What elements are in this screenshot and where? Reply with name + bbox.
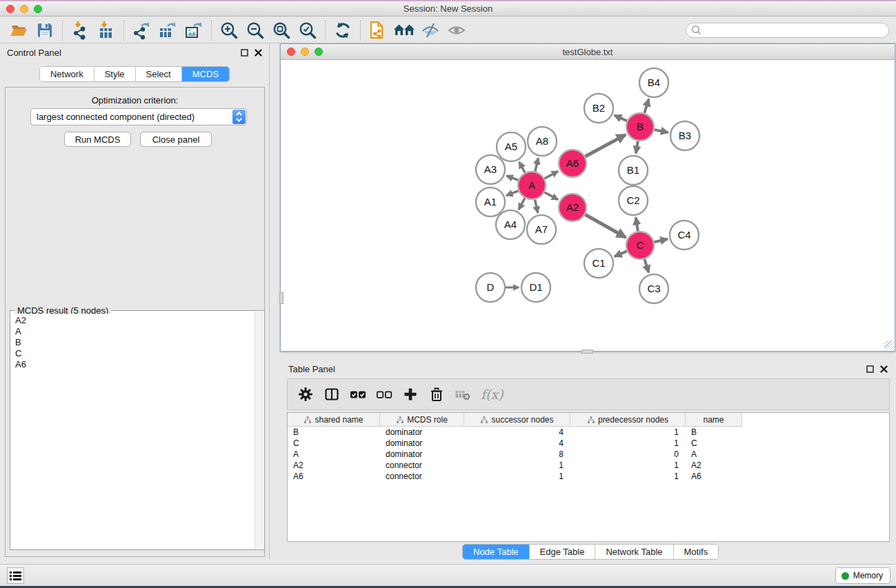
result-item[interactable]: A bbox=[15, 326, 254, 337]
graph-edge-B-B3[interactable] bbox=[655, 130, 668, 132]
function-builder-button[interactable]: f(x) bbox=[481, 387, 504, 402]
graph-edge-B-B4[interactable] bbox=[644, 99, 648, 113]
network-from-file-button[interactable] bbox=[365, 19, 391, 41]
table-settings-button[interactable] bbox=[293, 382, 318, 407]
close-panel-button[interactable]: Close panel bbox=[140, 132, 212, 147]
select-all-button[interactable] bbox=[346, 382, 370, 407]
result-scrollbar[interactable] bbox=[255, 312, 263, 549]
close-panel-icon[interactable] bbox=[880, 365, 888, 373]
graph-node-A3[interactable]: A3 bbox=[476, 155, 505, 184]
graph-node-A1[interactable]: A1 bbox=[476, 187, 505, 216]
export-image-button[interactable] bbox=[181, 19, 207, 41]
column-header-successor-nodes[interactable]: successor nodes bbox=[464, 413, 570, 427]
tab-network[interactable]: Network bbox=[40, 67, 94, 81]
graph-edge-B-B2[interactable] bbox=[615, 115, 627, 121]
graph-edge-C-C3[interactable] bbox=[644, 259, 648, 272]
search-input[interactable] bbox=[702, 24, 888, 37]
add-column-button[interactable] bbox=[398, 382, 423, 407]
window-resize-grip[interactable] bbox=[884, 341, 894, 350]
table-row[interactable]: Cdominator41C bbox=[288, 438, 889, 449]
table-row[interactable]: A2connector11A2 bbox=[288, 460, 889, 471]
result-item[interactable]: A6 bbox=[15, 359, 254, 370]
column-header-name[interactable]: name bbox=[686, 413, 742, 427]
delete-column-button[interactable] bbox=[424, 382, 449, 407]
graph-node-A7[interactable]: A7 bbox=[527, 215, 556, 244]
table-row[interactable]: A6connector11A6 bbox=[288, 471, 889, 482]
import-network-button[interactable] bbox=[67, 19, 93, 41]
graph-edge-A6-B[interactable] bbox=[585, 134, 625, 156]
zoom-out-button[interactable] bbox=[242, 19, 268, 41]
graph-edge-C-C4[interactable] bbox=[654, 239, 667, 243]
graph-node-B1[interactable]: B1 bbox=[619, 156, 648, 185]
graph-edge-A-A5[interactable] bbox=[519, 162, 525, 172]
graph-edge-A2-C[interactable] bbox=[585, 214, 626, 237]
zoom-fit-button[interactable] bbox=[268, 19, 295, 41]
splitter-handle-left[interactable] bbox=[279, 292, 283, 304]
graph-node-C3[interactable]: C3 bbox=[639, 274, 668, 303]
optimization-dropdown[interactable]: largest connected component (directed) bbox=[30, 108, 247, 125]
graph-node-B4[interactable]: B4 bbox=[639, 68, 668, 97]
search-box[interactable] bbox=[686, 23, 889, 38]
graph-node-D1[interactable]: D1 bbox=[521, 273, 550, 302]
graph-node-A2[interactable]: A2 bbox=[559, 194, 586, 221]
graph-node-A6[interactable]: A6 bbox=[559, 150, 586, 177]
graph-node-C1[interactable]: C1 bbox=[584, 249, 613, 278]
close-panel-icon[interactable] bbox=[255, 49, 262, 57]
graph-node-A5[interactable]: A5 bbox=[497, 132, 526, 161]
tab-motifs[interactable]: Motifs bbox=[674, 545, 719, 559]
table-row[interactable]: Bdominator41B bbox=[288, 427, 889, 438]
graph-node-C[interactable]: C bbox=[626, 232, 654, 259]
result-item[interactable]: C bbox=[15, 348, 254, 359]
graph-edge-C-C1[interactable] bbox=[615, 251, 627, 256]
node-table[interactable]: shared nameMCDS rolesuccessor nodesprede… bbox=[287, 412, 890, 542]
refresh-network-button[interactable] bbox=[330, 19, 356, 41]
column-header-MCDS-role[interactable]: MCDS role bbox=[380, 413, 464, 427]
graph-edge-A-A2[interactable] bbox=[544, 192, 557, 200]
import-table-button[interactable] bbox=[93, 19, 119, 41]
tab-node-table[interactable]: Node Table bbox=[463, 545, 530, 559]
graph-edge-A-A1[interactable] bbox=[506, 191, 518, 196]
graph-edge-A-A6[interactable] bbox=[544, 171, 557, 179]
zoom-in-button[interactable] bbox=[216, 19, 242, 41]
graph-node-B3[interactable]: B3 bbox=[670, 121, 699, 150]
open-session-button[interactable] bbox=[6, 19, 32, 41]
deselect-all-button[interactable] bbox=[372, 382, 397, 407]
export-network-button[interactable] bbox=[128, 19, 155, 41]
memory-button[interactable]: Memory bbox=[835, 567, 890, 584]
run-mcds-button[interactable]: Run MCDS bbox=[64, 132, 131, 147]
show-columns-button[interactable] bbox=[319, 382, 344, 407]
graph-edge-A-A8[interactable] bbox=[535, 158, 539, 171]
task-history-button[interactable] bbox=[7, 567, 24, 584]
tab-mcds[interactable]: MCDS bbox=[182, 67, 229, 81]
graph-node-C2[interactable]: C2 bbox=[619, 186, 648, 215]
result-item[interactable]: B bbox=[15, 337, 254, 348]
graph-node-D[interactable]: D bbox=[476, 273, 505, 302]
graph-node-C4[interactable]: C4 bbox=[670, 221, 699, 250]
graph-node-A[interactable]: A bbox=[518, 172, 546, 199]
column-header-predecessor-nodes[interactable]: predecessor nodes bbox=[570, 413, 686, 427]
network-graph[interactable]: AA1A2A3A4A5A6A7A8BB1B2B3B4CC1C2C3C4DD1 bbox=[281, 61, 895, 351]
graph-node-A8[interactable]: A8 bbox=[528, 127, 557, 156]
graph-edge-A-A3[interactable] bbox=[506, 176, 518, 181]
delete-table-button[interactable] bbox=[450, 382, 475, 407]
show-panel-button[interactable] bbox=[444, 19, 470, 41]
float-panel-icon[interactable] bbox=[241, 49, 248, 57]
graph-node-B2[interactable]: B2 bbox=[584, 94, 613, 123]
graph-edge-A-A4[interactable] bbox=[519, 198, 525, 210]
graph-edge-C-C2[interactable] bbox=[636, 218, 638, 232]
export-table-button[interactable] bbox=[155, 19, 181, 41]
tab-edge-table[interactable]: Edge Table bbox=[530, 545, 596, 559]
zoom-selected-button[interactable] bbox=[295, 19, 321, 41]
network-canvas[interactable]: AA1A2A3A4A5A6A7A8BB1B2B3B4CC1C2C3C4DD1 bbox=[281, 61, 895, 351]
home-button[interactable] bbox=[391, 19, 417, 41]
graph-node-B[interactable]: B bbox=[626, 113, 654, 141]
graph-node-A4[interactable]: A4 bbox=[496, 210, 525, 239]
mcds-result-list[interactable]: A2ABCA6 bbox=[12, 314, 254, 548]
graph-edge-A-A7[interactable] bbox=[535, 200, 537, 213]
save-session-button[interactable] bbox=[32, 19, 58, 41]
result-item[interactable]: A2 bbox=[15, 315, 254, 326]
tab-network-table[interactable]: Network Table bbox=[595, 545, 673, 559]
float-panel-icon[interactable] bbox=[866, 365, 874, 373]
tab-style[interactable]: Style bbox=[94, 67, 136, 81]
hide-panel-button[interactable] bbox=[417, 19, 444, 41]
